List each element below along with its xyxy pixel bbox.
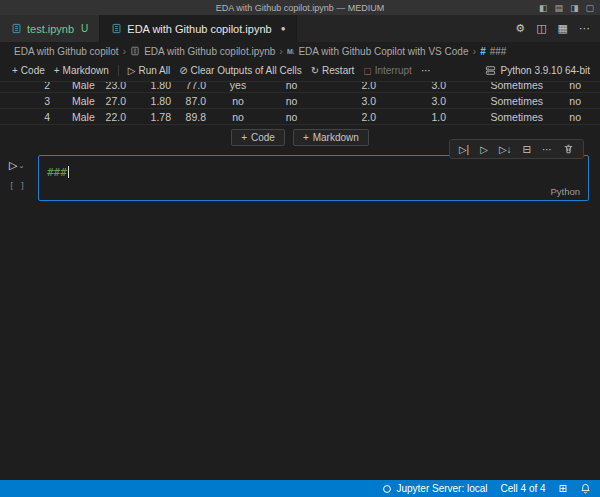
run-all-icon: ▷	[128, 65, 136, 76]
split-cell-icon[interactable]: ⊟	[523, 144, 531, 155]
toggle-sidebar-icon[interactable]: ◧	[539, 3, 548, 13]
tab-eda-ipynb[interactable]: EDA with Github copilot.ipynb ●	[100, 15, 297, 42]
tab-test-ipynb[interactable]: test.ipynb U	[0, 15, 100, 42]
insert-markdown-label: Markdown	[313, 132, 359, 143]
modified-dot[interactable]: ●	[281, 24, 286, 33]
add-code-cell-button[interactable]: + Code	[12, 65, 45, 76]
row-index: 3	[0, 93, 52, 109]
cell-value: 27.0	[100, 93, 128, 109]
tab-bar: test.ipynb U EDA with Github copilot.ipy…	[0, 15, 600, 42]
execute-below-icon[interactable]: ▷↓	[499, 144, 512, 155]
window-title: EDA with Github copilot.ipynb — MEDIUM	[216, 3, 385, 13]
kernel-icon	[485, 65, 496, 76]
kernel-label: Python 3.9.10 64-bit	[500, 65, 590, 76]
interrupt-kernel-button[interactable]: ◻ Interrupt	[363, 65, 412, 76]
cell-output-dataframe: 2 Male 23.0 1.80 77.0 yes no 2.0 3.0 Som…	[0, 82, 600, 125]
breadcrumb: EDA with Github copilot › EDA with Githu…	[0, 42, 600, 60]
editor-layout-icon[interactable]: ▦	[558, 22, 568, 35]
chevron-down-icon: ⌄	[18, 162, 24, 170]
insert-markdown-button[interactable]: + Markdown	[293, 129, 369, 146]
run-cell-button[interactable]: ▷ ⌄	[9, 159, 24, 172]
cell-value: 3.0	[378, 82, 448, 93]
cell-value: no	[268, 93, 315, 109]
toolbar-more-icon[interactable]: ⋯	[421, 65, 431, 76]
breadcrumb-separator-icon: ›	[279, 45, 283, 57]
execute-cell-icon[interactable]: ▷	[480, 144, 488, 155]
cell-value: 2.0	[315, 109, 378, 125]
cell-value: 1.80	[128, 82, 173, 93]
cell-value: yes	[208, 82, 268, 93]
breadcrumb-separator-icon: ›	[472, 45, 476, 57]
cell-value: no	[208, 109, 268, 125]
notebook-toolbar: + Code + Markdown ▷ Run All ⊘ Clear Outp…	[0, 60, 600, 82]
titlebar-layout-controls: ◧ ▤ ◨ ▢	[539, 0, 594, 15]
breadcrumb-separator-icon: ›	[123, 45, 127, 57]
jupyter-server-label: Jupyter Server: local	[396, 483, 487, 494]
notifications-bell-icon[interactable]	[580, 483, 591, 494]
toggle-panel-icon[interactable]: ▤	[554, 3, 563, 13]
interrupt-label: Interrupt	[375, 65, 412, 76]
cell-source: ###	[47, 166, 67, 179]
run-cell-icon: ▷	[9, 159, 17, 172]
cell-value: no	[208, 93, 268, 109]
row-index: 4	[0, 109, 52, 125]
title-bar: EDA with Github copilot.ipynb — MEDIUM ◧…	[0, 0, 600, 15]
more-actions-icon[interactable]: ⋯	[579, 22, 590, 35]
row-index: 2	[0, 82, 52, 93]
file-icon	[130, 46, 140, 56]
clear-outputs-button[interactable]: ⊘ Clear Outputs of All Cells	[179, 65, 302, 76]
cell-value: 77.0	[173, 82, 208, 93]
restart-icon: ↻	[311, 65, 319, 76]
jupyter-server-status[interactable]: Jupyter Server: local	[382, 483, 487, 494]
delete-cell-icon[interactable]	[563, 143, 574, 155]
cell-position[interactable]: Cell 4 of 4	[501, 483, 546, 494]
cell-more-actions-icon[interactable]: ⋯	[542, 144, 552, 155]
plus-icon: +	[12, 65, 18, 76]
kernel-picker[interactable]: Python 3.9.10 64-bit	[485, 65, 600, 76]
run-by-line-icon[interactable]: ▷|	[459, 144, 469, 155]
markdown-icon: M↓	[287, 48, 294, 55]
clear-outputs-label: Clear Outputs of All Cells	[191, 65, 302, 76]
cell-value: 1.0	[378, 109, 448, 125]
breadcrumb-folder[interactable]: EDA with Github copilot	[14, 46, 119, 57]
cell-value: no	[268, 82, 315, 93]
add-markdown-label: Markdown	[63, 65, 109, 76]
notebook-icon	[111, 23, 122, 34]
restart-kernel-button[interactable]: ↻ Restart	[311, 65, 355, 76]
cell-value: 3.0	[315, 93, 378, 109]
cell-value: 1.80	[128, 93, 173, 109]
table-row: 4 Male 22.0 1.78 89.8 no no 2.0 1.0 Some…	[0, 109, 600, 125]
cell-value: 23.0	[100, 82, 128, 93]
breadcrumb-symbol[interactable]: ###	[490, 46, 507, 57]
table-row: 2 Male 23.0 1.80 77.0 yes no 2.0 3.0 Som…	[0, 82, 600, 93]
plus-icon: +	[303, 132, 309, 143]
customize-layout-icon[interactable]: ▢	[585, 3, 594, 13]
cell-value: Male	[52, 82, 100, 93]
run-all-button[interactable]: ▷ Run All	[128, 65, 170, 76]
add-markdown-cell-button[interactable]: + Markdown	[54, 65, 109, 76]
cell-value: 1.78	[128, 109, 173, 125]
run-all-label: Run All	[138, 65, 170, 76]
insert-code-label: Code	[251, 132, 275, 143]
breadcrumb-markdown-section[interactable]: EDA with Github Copilot with VS Code	[298, 46, 468, 57]
language-picker[interactable]: Python	[550, 186, 580, 197]
breadcrumb-file[interactable]: EDA with Github copilot.ipynb	[144, 46, 275, 57]
cell-value: 2.0	[315, 82, 378, 93]
editor-actions: ⚙ ◫ ▦ ⋯	[515, 15, 600, 42]
insert-code-button[interactable]: + Code	[231, 129, 285, 146]
cell-value: Sometimes	[448, 93, 545, 109]
cell-value: 22.0	[100, 109, 128, 125]
settings-gear-icon[interactable]: ⚙	[515, 22, 525, 35]
layout-grid-icon[interactable]: ⊞	[559, 483, 567, 494]
split-editor-icon[interactable]: ◫	[536, 22, 546, 35]
vscode-window: EDA with Github copilot.ipynb — MEDIUM ◧…	[0, 0, 600, 497]
plus-icon: +	[241, 132, 247, 143]
cell-editor[interactable]: ### Python	[38, 155, 589, 201]
cell-gutter: ▷ ⌄ [ ]	[0, 155, 38, 201]
toggle-secondary-sidebar-icon[interactable]: ◨	[570, 3, 579, 13]
symbol-header-icon: #	[480, 46, 486, 57]
editor-empty-area	[0, 201, 600, 480]
add-code-label: Code	[21, 65, 45, 76]
tab-label: EDA with Github copilot.ipynb	[127, 23, 271, 35]
status-bar: Jupyter Server: local Cell 4 of 4 ⊞	[0, 480, 600, 497]
